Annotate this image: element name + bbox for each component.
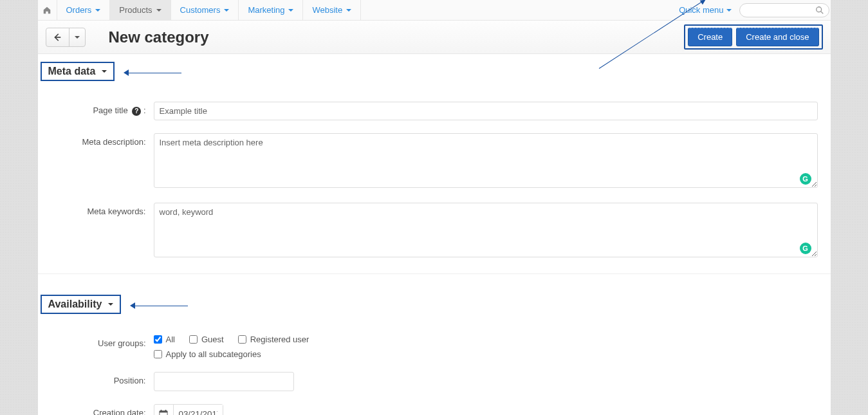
global-search	[739, 0, 831, 20]
section-label: Meta data	[48, 66, 96, 77]
page-title: New category	[109, 28, 209, 46]
position-label: Position:	[38, 372, 154, 385]
position-input[interactable]	[154, 372, 294, 391]
caret-down-icon	[75, 36, 80, 39]
top-nav: Orders Products Customers Marketing Webs…	[38, 0, 831, 21]
back-button-group	[46, 28, 86, 47]
section-label: Availability	[48, 299, 102, 310]
page-title-label: Page title ? :	[38, 102, 154, 116]
nav-label: Orders	[66, 5, 92, 15]
quick-menu[interactable]: Quick menu	[679, 0, 739, 20]
help-icon[interactable]: ?	[132, 107, 141, 116]
meta-description-input[interactable]	[154, 133, 818, 188]
search-icon[interactable]	[815, 6, 824, 15]
nav-website[interactable]: Website	[303, 0, 361, 20]
grammarly-icon[interactable]: G	[800, 173, 811, 185]
meta-keywords-label: Meta keywords:	[38, 203, 154, 216]
nav-label: Customers	[180, 5, 221, 15]
check-apply-subcategories[interactable]: Apply to all subcategories	[154, 349, 818, 359]
caret-down-icon	[102, 70, 107, 73]
caret-down-icon	[726, 9, 732, 12]
checkbox[interactable]	[154, 350, 162, 358]
nav-customers[interactable]: Customers	[171, 0, 239, 20]
svg-point-0	[816, 6, 821, 12]
caret-down-icon	[156, 9, 162, 12]
meta-keywords-input[interactable]	[154, 203, 818, 257]
title-actions: Create Create and close	[684, 24, 822, 50]
caret-down-icon	[95, 9, 100, 12]
section-meta-data[interactable]: Meta data	[41, 62, 115, 81]
check-guest[interactable]: Guest	[189, 335, 224, 344]
section-availability[interactable]: Availability	[41, 295, 122, 314]
back-button[interactable]	[46, 28, 69, 46]
creation-date-label: Creation date:	[38, 404, 154, 415]
annotation-arrow	[130, 302, 188, 309]
checkbox[interactable]	[189, 335, 198, 344]
page-title-input[interactable]	[154, 102, 818, 120]
nav-label: Website	[312, 5, 342, 15]
caret-down-icon	[346, 9, 351, 12]
back-dropdown[interactable]	[69, 28, 85, 46]
check-registered[interactable]: Registered user	[238, 335, 309, 344]
nav-label: Marketing	[248, 5, 284, 15]
annotation-arrow	[124, 69, 181, 76]
svg-line-1	[820, 11, 823, 14]
create-and-close-button[interactable]: Create and close	[736, 28, 818, 46]
calendar-icon[interactable]	[154, 405, 174, 415]
creation-date-input[interactable]	[174, 405, 223, 415]
nav-orders[interactable]: Orders	[57, 0, 111, 20]
nav-products[interactable]: Products	[110, 0, 171, 20]
quick-menu-label: Quick menu	[679, 5, 723, 15]
create-button[interactable]: Create	[688, 28, 732, 46]
grammarly-icon[interactable]: G	[800, 243, 811, 254]
checkbox[interactable]	[154, 335, 162, 344]
caret-down-icon	[108, 303, 113, 306]
meta-description-label: Meta description:	[38, 133, 154, 147]
home-icon[interactable]	[38, 0, 57, 20]
caret-down-icon	[224, 9, 229, 12]
nav-marketing[interactable]: Marketing	[239, 0, 303, 20]
nav-label: Products	[119, 5, 152, 15]
checkbox[interactable]	[238, 335, 246, 344]
title-bar: New category Create Create and close	[38, 21, 831, 54]
user-groups-label: User groups:	[38, 335, 154, 348]
caret-down-icon	[288, 9, 293, 12]
check-all[interactable]: All	[154, 335, 175, 344]
